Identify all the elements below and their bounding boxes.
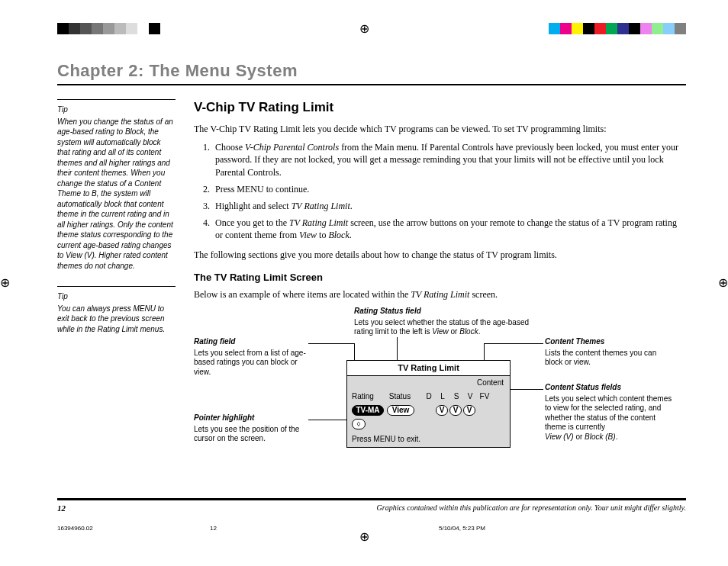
color-swatch xyxy=(57,23,69,34)
text: Below is an example of where items are l… xyxy=(194,289,411,300)
callout-rating-status-field: Rating Status field Lets you select whet… xyxy=(354,307,545,337)
text-em: Block xyxy=(459,327,478,336)
sidebar: Tip When you change the status of an age… xyxy=(57,99,176,482)
print-color-bar-left xyxy=(57,23,172,34)
paragraph: The following sections give you more det… xyxy=(194,249,686,261)
callout-title: Pointer highlight xyxy=(194,413,308,423)
color-swatch xyxy=(69,23,80,34)
callout-title: Rating field xyxy=(194,337,308,347)
page-number: 12 xyxy=(57,503,66,513)
registration-mark-icon: ⊕ xyxy=(359,23,369,35)
text-em: Block (B) xyxy=(585,433,616,441)
print-job-line: 16394960.02 12 5/10/04, 5:23 PM xyxy=(57,525,686,532)
text: screen. xyxy=(469,289,498,300)
section-heading: V-Chip TV Rating Limit xyxy=(194,99,686,117)
color-swatch xyxy=(149,23,160,34)
step-em: View xyxy=(299,230,317,240)
status-pill: View xyxy=(387,405,414,416)
callout-content-themes: Content Themes Lists the content themes … xyxy=(545,337,675,368)
step-em: TV Rating Limit xyxy=(292,201,350,211)
content-heading: Content xyxy=(477,378,504,388)
paragraph: Below is an example of where items are l… xyxy=(194,288,686,301)
tip-heading: Tip xyxy=(57,105,176,115)
callout-desc: View (V) or Block (B). xyxy=(545,433,678,442)
color-swatch xyxy=(583,23,594,34)
color-swatch xyxy=(160,23,172,34)
step-text: . xyxy=(350,201,353,211)
callout-desc: Lets you select which content themes to … xyxy=(545,394,678,433)
callout-pointer-highlight: Pointer highlight Lets you see the posit… xyxy=(194,413,308,444)
text: or xyxy=(449,327,459,336)
color-swatch xyxy=(549,23,560,34)
step-text: Highlight and select xyxy=(215,201,292,211)
text: . xyxy=(616,433,618,441)
content-status-pill: V xyxy=(463,405,475,416)
color-swatch xyxy=(137,23,149,34)
print-color-bar-right xyxy=(549,23,686,34)
leader-line xyxy=(484,343,543,344)
callout-desc: Lists the content themes you can block o… xyxy=(545,349,675,368)
pointer-highlight-icon: ◊ xyxy=(352,419,366,429)
callout-desc: Lets you select from a list of age-based… xyxy=(194,349,308,378)
subsection-heading: The TV Rating Limit Screen xyxy=(194,271,686,285)
tip-body: When you change the status of an age-bas… xyxy=(57,117,176,272)
tv-rating-limit-screen: TV Rating Limit Content Rating Status D … xyxy=(346,360,511,448)
job-file: 16394960.02 xyxy=(57,525,210,532)
step-item: Highlight and select TV Rating Limit. xyxy=(212,200,686,212)
color-swatch xyxy=(92,23,103,34)
screen-footer: Press MENU to exit. xyxy=(352,434,420,445)
text-em: View (V) xyxy=(545,433,574,441)
col-fv: FV xyxy=(477,391,492,402)
tip-box: Tip You can always press MENU to exit ba… xyxy=(57,286,176,334)
color-swatch xyxy=(675,23,686,34)
color-swatch xyxy=(103,23,114,34)
diagram: Rating field Lets you select from a list… xyxy=(194,307,686,482)
step-text: to xyxy=(317,230,328,240)
color-swatch xyxy=(617,23,629,34)
step-text: Choose xyxy=(215,142,245,153)
text: . xyxy=(478,327,481,336)
tip-heading: Tip xyxy=(57,291,176,302)
text: or xyxy=(574,433,585,441)
color-swatch xyxy=(126,23,137,34)
page-footer: 12 Graphics contained within this public… xyxy=(57,498,686,513)
content-status-pill: V xyxy=(436,405,448,416)
tip-body: You can always press MENU to exit back t… xyxy=(57,304,176,335)
registration-mark-icon: ⊕ xyxy=(359,531,369,543)
callout-desc: Lets you see the position of the cursor … xyxy=(194,425,308,444)
rating-pill: TV-MA xyxy=(352,405,384,416)
col-l: L xyxy=(436,391,449,402)
intro-paragraph: The V-Chip TV Rating Limit lets you deci… xyxy=(194,123,686,135)
job-timestamp: 5/10/04, 5:23 PM xyxy=(439,525,485,532)
callout-title: Rating Status field xyxy=(354,307,545,317)
tip-box: Tip When you change the status of an age… xyxy=(57,99,176,271)
registration-mark-icon: ⊕ xyxy=(718,277,728,289)
color-swatch xyxy=(629,23,640,34)
color-swatch xyxy=(640,23,652,34)
callout-rating-field: Rating field Lets you select from a list… xyxy=(194,337,308,377)
step-text: . xyxy=(350,230,352,240)
color-swatch xyxy=(663,23,675,34)
color-swatch xyxy=(606,23,617,34)
text-em: TV Rating Limit xyxy=(411,289,469,300)
steps-list: Choose V-Chip Parental Controls from the… xyxy=(212,141,686,241)
callout-desc: Lets you select whether the status of th… xyxy=(354,318,545,337)
footer-disclaimer: Graphics contained within this publicati… xyxy=(377,503,686,513)
callout-title: Content Themes xyxy=(545,337,675,347)
chapter-title: Chapter 2: The Menu System xyxy=(57,61,686,85)
callout-content-status-fields: Content Status fields Lets you select wh… xyxy=(545,383,678,442)
step-text: Press MENU to continue. xyxy=(215,184,309,195)
color-swatch xyxy=(80,23,92,34)
screen-title: TV Rating Limit xyxy=(347,361,510,376)
col-d: D xyxy=(422,391,436,402)
color-swatch xyxy=(560,23,572,34)
leader-line xyxy=(308,343,354,344)
step-item: Once you get to the TV Rating Limit scre… xyxy=(212,217,686,241)
color-swatch xyxy=(652,23,663,34)
content-status-pill: V xyxy=(449,405,462,416)
page-content: Chapter 2: The Menu System Tip When you … xyxy=(57,61,686,513)
col-rating: Rating xyxy=(352,391,384,402)
text: Lets you select which content themes to … xyxy=(545,394,672,432)
step-em: TV Rating Limit xyxy=(289,217,348,228)
callout-title: Content Status fields xyxy=(545,383,678,393)
